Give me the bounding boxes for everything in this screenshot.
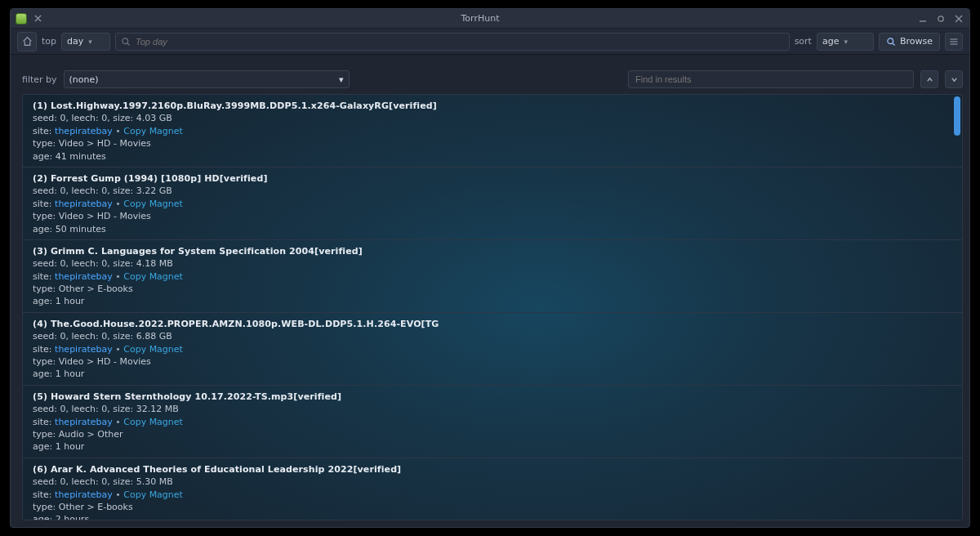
result-stats: seed: 0, leech: 0, size: 32.12 MB (33, 403, 952, 415)
result-age: age: 50 minutes (33, 223, 952, 235)
search-field-wrap (115, 33, 790, 51)
result-title: (2) Forrest Gump (1994) [1080p] HD[verif… (33, 172, 952, 185)
result-stats: seed: 0, leech: 0, size: 3.22 GB (33, 185, 952, 197)
sort-label: sort (795, 36, 812, 47)
result-item[interactable]: (2) Forrest Gump (1994) [1080p] HD[verif… (23, 168, 962, 240)
app-window: TorrHunt top day ▾ sort age (10, 8, 970, 528)
app-icon (16, 13, 27, 25)
result-type: type: Video > HD - Movies (33, 137, 952, 150)
period-label: top (42, 36, 56, 47)
filter-select[interactable]: (none) ▾ (64, 70, 350, 88)
result-site-row: site: thepiratebay • Copy Magnet (33, 198, 952, 210)
scrollbar-thumb[interactable] (954, 96, 960, 136)
titlebar-close-left-button[interactable] (32, 13, 43, 25)
titlebar: TorrHunt (11, 9, 969, 29)
result-site-link[interactable]: thepiratebay (55, 271, 113, 282)
result-site-row: site: thepiratebay • Copy Magnet (33, 489, 952, 501)
copy-magnet-link[interactable]: Copy Magnet (123, 271, 183, 282)
sort-select[interactable]: age ▾ (817, 33, 874, 51)
result-type: type: Video > HD - Movies (33, 210, 952, 222)
result-site-link[interactable]: thepiratebay (55, 199, 113, 209)
result-site-row: site: thepiratebay • Copy Magnet (33, 125, 952, 137)
copy-magnet-link[interactable]: Copy Magnet (123, 344, 183, 355)
result-item[interactable]: (1) Lost.Highway.1997.2160p.BluRay.3999M… (23, 95, 962, 168)
hamburger-menu-button[interactable] (945, 33, 963, 51)
result-type: type: Other > E-books (33, 501, 952, 513)
filter-label: filter by (22, 74, 57, 85)
chevron-down-icon: ▾ (88, 38, 92, 46)
search-icon (886, 37, 896, 47)
result-site-row: site: thepiratebay • Copy Magnet (33, 343, 952, 355)
filter-select-value: (none) (69, 74, 99, 85)
search-icon (121, 37, 131, 47)
sort-select-value: age (822, 36, 840, 47)
period-select-value: day (67, 36, 83, 47)
result-age: age: 1 hour (33, 440, 952, 453)
copy-magnet-link[interactable]: Copy Magnet (123, 417, 183, 427)
minimize-button[interactable] (917, 13, 929, 25)
prev-result-button[interactable] (920, 70, 938, 88)
filter-bar: filter by (none) ▾ (11, 68, 969, 91)
close-button[interactable] (953, 13, 964, 25)
result-age: age: 1 hour (33, 368, 952, 380)
result-age: age: 41 minutes (33, 150, 952, 163)
result-age: age: 1 hour (33, 295, 952, 307)
result-item[interactable]: (6) Arar K. Advanced Theories of Educati… (23, 458, 962, 520)
copy-magnet-link[interactable]: Copy Magnet (123, 199, 183, 209)
next-result-button[interactable] (945, 70, 963, 88)
result-stats: seed: 0, leech: 0, size: 6.88 GB (33, 330, 952, 342)
result-site-link[interactable]: thepiratebay (55, 344, 113, 355)
result-type: type: Other > E-books (33, 283, 952, 295)
svg-point-2 (888, 38, 893, 43)
result-item[interactable]: (4) The.Good.House.2022.PROPER.AMZN.1080… (23, 313, 962, 386)
browse-button[interactable]: Browse (879, 33, 940, 51)
home-button[interactable] (17, 32, 37, 51)
result-title: (1) Lost.Highway.1997.2160p.BluRay.3999M… (33, 100, 952, 112)
result-item[interactable]: (5) Howard Stern Sternthology 10.17.2022… (23, 386, 962, 458)
result-stats: seed: 0, leech: 0, size: 4.18 MB (33, 257, 952, 270)
results-list[interactable]: (1) Lost.Highway.1997.2160p.BluRay.3999M… (23, 95, 962, 520)
result-stats: seed: 0, leech: 0, size: 5.30 MB (33, 476, 952, 488)
copy-magnet-link[interactable]: Copy Magnet (123, 489, 183, 500)
result-item[interactable]: (3) Grimm C. Languages for System Specif… (23, 240, 962, 313)
result-site-row: site: thepiratebay • Copy Magnet (33, 416, 952, 428)
svg-point-0 (938, 16, 943, 20)
browse-button-label: Browse (900, 36, 933, 47)
scrollbar[interactable] (954, 96, 960, 518)
toolbar: top day ▾ sort age ▾ Browse (11, 29, 969, 55)
search-input[interactable] (136, 37, 784, 47)
result-title: (5) Howard Stern Sternthology 10.17.2022… (33, 391, 952, 403)
result-stats: seed: 0, leech: 0, size: 4.03 GB (33, 112, 952, 124)
result-title: (3) Grimm C. Languages for System Specif… (33, 245, 952, 257)
result-type: type: Video > HD - Movies (33, 355, 952, 368)
result-site-link[interactable]: thepiratebay (55, 489, 113, 500)
result-site-link[interactable]: thepiratebay (55, 417, 113, 427)
results-panel: (1) Lost.Highway.1997.2160p.BluRay.3999M… (22, 94, 963, 520)
window-title: TorrHunt (43, 13, 917, 24)
chevron-down-icon: ▾ (844, 38, 848, 46)
result-age: age: 2 hours (33, 513, 952, 520)
result-site-link[interactable]: thepiratebay (55, 126, 113, 136)
result-title: (6) Arar K. Advanced Theories of Educati… (33, 463, 952, 476)
svg-point-1 (122, 38, 128, 43)
copy-magnet-link[interactable]: Copy Magnet (123, 126, 183, 136)
period-select[interactable]: day ▾ (61, 33, 110, 51)
result-site-row: site: thepiratebay • Copy Magnet (33, 270, 952, 283)
result-type: type: Audio > Other (33, 428, 952, 440)
result-title: (4) The.Good.House.2022.PROPER.AMZN.1080… (33, 318, 952, 330)
maximize-button[interactable] (935, 13, 947, 25)
find-in-results-input[interactable] (628, 70, 914, 88)
chevron-down-icon: ▾ (339, 74, 344, 85)
